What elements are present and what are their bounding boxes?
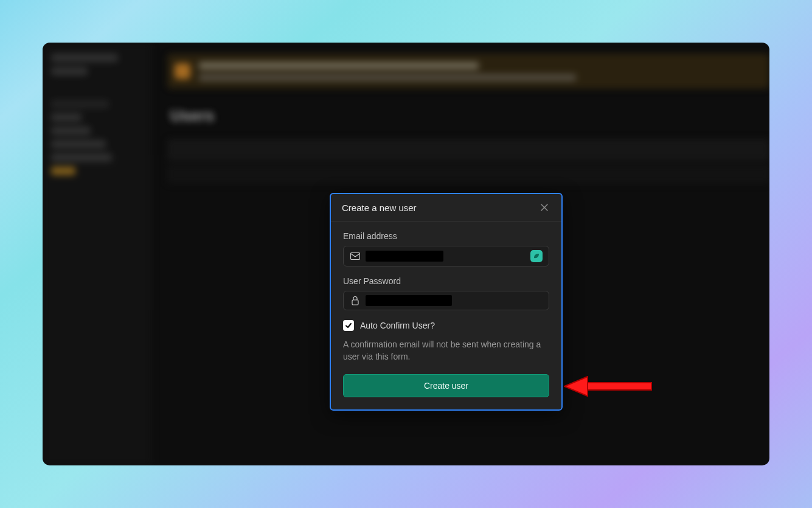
password-value-redacted — [366, 295, 452, 306]
password-label: User Password — [343, 276, 549, 286]
email-value-redacted — [366, 251, 443, 262]
modal-body: Email address User Password — [331, 221, 561, 409]
mail-icon — [350, 251, 361, 262]
email-field[interactable] — [343, 246, 549, 266]
auto-confirm-label: Auto Confirm User? — [360, 321, 435, 330]
modal-title: Create a new user — [342, 203, 417, 213]
modal-header: Create a new user — [331, 194, 561, 221]
auto-confirm-row: Auto Confirm User? — [343, 320, 549, 331]
users-toolbar — [167, 139, 769, 161]
lock-icon — [350, 295, 361, 306]
app-window: Users Create a new user Email address — [43, 43, 769, 465]
email-label: Email address — [343, 231, 549, 241]
create-user-button[interactable]: Create user — [343, 374, 549, 397]
svg-rect-0 — [351, 253, 360, 260]
page-heading: Users — [170, 106, 214, 125]
users-table-header — [167, 164, 769, 184]
surfshark-icon — [530, 250, 543, 262]
svg-rect-1 — [352, 300, 358, 305]
confirmation-hint: A confirmation email will not be sent wh… — [343, 338, 549, 363]
warning-banner — [167, 54, 769, 89]
auto-confirm-checkbox[interactable] — [343, 320, 354, 331]
close-icon[interactable] — [538, 201, 550, 214]
sidebar — [43, 43, 152, 465]
password-field[interactable] — [343, 291, 549, 310]
create-user-modal: Create a new user Email address User Pas… — [330, 193, 563, 411]
